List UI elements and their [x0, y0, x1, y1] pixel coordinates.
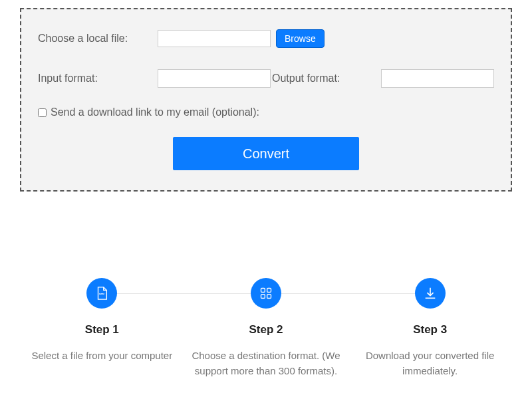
svg-rect-4 — [261, 295, 265, 299]
svg-rect-5 — [267, 295, 271, 299]
step-2: Step 2 Choose a destination format. (We … — [190, 278, 342, 378]
svg-text:FILE: FILE — [100, 293, 104, 295]
step-1: FILE Step 1 Select a file from your comp… — [25, 278, 178, 364]
choose-file-label: Choose a local file: — [38, 33, 158, 45]
step-1-title: Step 1 — [25, 323, 178, 336]
step-2-title: Step 2 — [190, 323, 342, 336]
step-3-title: Step 3 — [354, 323, 507, 336]
svg-rect-2 — [261, 289, 265, 293]
download-icon — [415, 278, 446, 309]
email-checkbox[interactable] — [38, 108, 47, 117]
convert-button[interactable]: Convert — [173, 137, 359, 170]
email-option-label: Send a download link to my email (option… — [51, 106, 259, 118]
step-1-desc: Select a file from your computer — [25, 348, 178, 364]
output-format-label: Output format: — [272, 72, 340, 84]
input-format-field[interactable] — [158, 69, 271, 88]
step-2-desc: Choose a destination format. (We support… — [190, 348, 342, 378]
input-format-label: Input format: — [38, 72, 158, 84]
svg-rect-3 — [267, 289, 271, 293]
steps-section: FILE Step 1 Select a file from your comp… — [0, 278, 532, 378]
browse-button[interactable]: Browse — [276, 29, 325, 48]
converter-form: Choose a local file: Browse Input format… — [20, 8, 512, 192]
output-format-field[interactable] — [381, 69, 494, 88]
step-3-desc: Download your converted file immediately… — [354, 348, 507, 378]
file-input[interactable] — [158, 30, 271, 47]
grid-icon — [251, 278, 281, 309]
step-3: Step 3 Download your converted file imme… — [354, 278, 507, 378]
file-icon: FILE — [86, 278, 117, 309]
